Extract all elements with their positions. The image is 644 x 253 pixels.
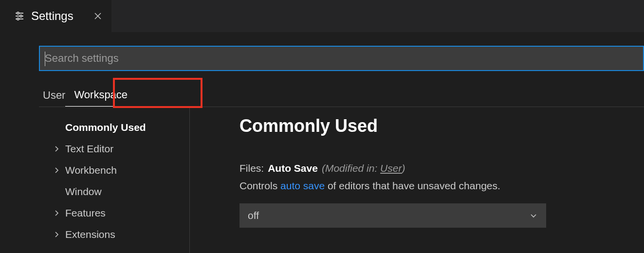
scope-tab-workspace[interactable]: Workspace (65, 84, 146, 107)
scope-tabs: User Workspace (39, 82, 644, 107)
scope-tab-user[interactable]: User (43, 84, 65, 107)
setting-group: Files: (239, 163, 264, 174)
search-settings-box[interactable] (39, 46, 644, 71)
tab-title: Settings (31, 9, 74, 23)
chevron-right-icon (53, 166, 65, 174)
settings-main: Commonly Used Files: Auto Save (Modified… (190, 107, 644, 253)
select-value: off (248, 210, 259, 221)
svg-point-5 (17, 18, 19, 20)
chevron-right-icon (53, 145, 65, 153)
settings-body: Commonly Used Text Editor Workbench Wind… (39, 107, 644, 253)
settings-icon (14, 10, 25, 22)
toc-item-commonly-used[interactable]: Commonly Used (39, 117, 189, 138)
toc-label: Workbench (65, 164, 117, 176)
section-heading: Commonly Used (239, 116, 644, 136)
setting-modified: (Modified in: User) (322, 163, 405, 174)
toc-label: Commonly Used (65, 122, 146, 133)
svg-point-4 (20, 15, 22, 17)
settings-tab[interactable]: Settings (0, 0, 111, 32)
chevron-right-icon (53, 209, 65, 217)
auto-save-select[interactable]: off (239, 203, 546, 228)
toc-label: Window (65, 186, 102, 198)
setting-description: Controls auto save of editors that have … (239, 180, 644, 192)
editor-tab-bar: Settings (0, 0, 644, 32)
chevron-right-icon (53, 231, 65, 238)
chevron-down-icon (529, 211, 538, 220)
close-icon[interactable] (93, 11, 103, 21)
toc-label: Text Editor (65, 143, 113, 155)
svg-point-3 (17, 12, 19, 14)
toc-item-text-editor[interactable]: Text Editor (39, 138, 189, 160)
toc-item-window[interactable]: Window (39, 181, 189, 202)
toc-label: Features (65, 207, 106, 219)
search-input[interactable] (45, 47, 638, 70)
settings-toc: Commonly Used Text Editor Workbench Wind… (39, 107, 190, 253)
toc-label: Extensions (65, 229, 115, 240)
text-cursor (45, 52, 45, 66)
modified-scope-link[interactable]: User (380, 163, 402, 174)
auto-save-link[interactable]: auto save (280, 180, 325, 191)
setting-name: Auto Save (268, 163, 318, 174)
toc-item-workbench[interactable]: Workbench (39, 160, 189, 181)
toc-item-features[interactable]: Features (39, 202, 189, 224)
toc-item-extensions[interactable]: Extensions (39, 224, 189, 245)
setting-title-row: Files: Auto Save (Modified in: User) (239, 163, 644, 174)
settings-content: User Workspace Commonly Used Text Editor… (0, 32, 644, 253)
